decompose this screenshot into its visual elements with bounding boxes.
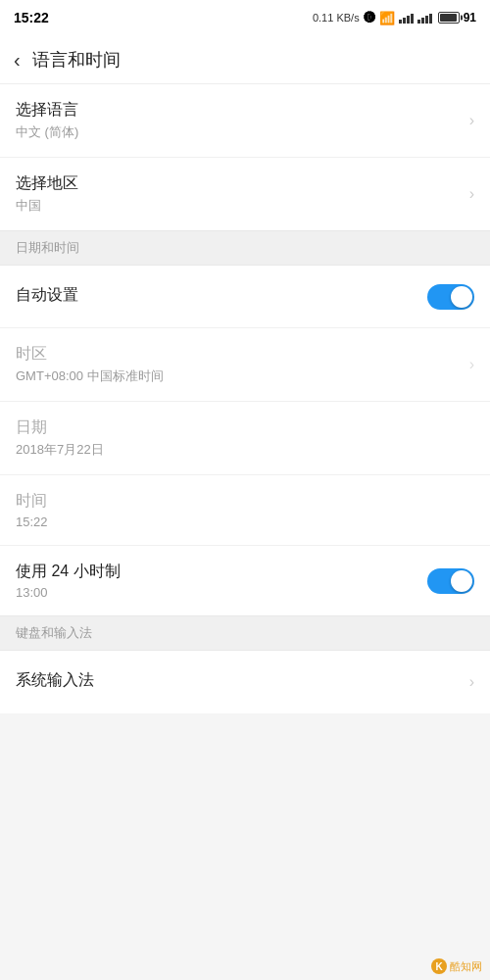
chevron-icon: › xyxy=(469,112,474,129)
date-subtitle: 2018年7月22日 xyxy=(16,441,474,459)
chevron-icon: › xyxy=(469,356,474,373)
timezone-title: 时区 xyxy=(16,344,462,365)
signal-bar-2 xyxy=(417,12,432,24)
select-region-subtitle: 中国 xyxy=(16,197,462,215)
select-language-subtitle: 中文 (简体) xyxy=(16,123,462,141)
data-icon: 🅓 xyxy=(364,11,375,24)
date-title: 日期 xyxy=(16,417,474,438)
wifi-icon: 📶 xyxy=(379,11,395,25)
header: ‹ 语言和时间 xyxy=(0,35,490,84)
battery-percent: 91 xyxy=(464,11,476,24)
select-region-item[interactable]: 选择地区 中国 › xyxy=(0,158,490,230)
timezone-subtitle: GMT+08:00 中国标准时间 xyxy=(16,368,462,385)
date-time-divider: 日期和时间 xyxy=(0,230,490,266)
auto-set-title: 自动设置 xyxy=(16,285,427,306)
content: 选择语言 中文 (简体) › 选择地区 中国 › 日期和时间 自动设置 xyxy=(0,84,490,713)
date-item: 日期 2018年7月22日 xyxy=(0,402,490,475)
status-bar: 15:22 0.11 KB/s 🅓 📶 91 xyxy=(0,0,490,35)
network-speed: 0.11 KB/s xyxy=(313,12,360,24)
keyboard-divider: 键盘和输入法 xyxy=(0,615,490,651)
status-time: 15:22 xyxy=(14,10,49,25)
chevron-icon: › xyxy=(469,673,474,691)
signal-bar-1 xyxy=(399,12,414,24)
toggle-knob xyxy=(451,570,472,592)
time-title: 时间 xyxy=(16,491,474,512)
select-language-title: 选择语言 xyxy=(16,100,462,121)
timezone-item: 时区 GMT+08:00 中国标准时间 › xyxy=(0,328,490,402)
select-region-title: 选择地区 xyxy=(16,173,462,194)
24hour-toggle[interactable] xyxy=(427,568,474,594)
24hour-title: 使用 24 小时制 xyxy=(16,562,427,582)
system-input-item[interactable]: 系统输入法 › xyxy=(0,651,490,713)
watermark-logo: K xyxy=(431,958,447,974)
watermark-text: 酷知网 xyxy=(450,959,482,974)
status-icons: 0.11 KB/s 🅓 📶 91 xyxy=(313,11,476,25)
watermark: K 酷知网 xyxy=(431,958,482,974)
time-subtitle: 15:22 xyxy=(16,514,474,529)
watermark-symbol: K xyxy=(435,961,442,972)
toggle-knob xyxy=(451,286,472,308)
chevron-icon: › xyxy=(469,185,474,203)
page-title: 语言和时间 xyxy=(32,48,121,72)
language-section: 选择语言 中文 (简体) › 选择地区 中国 › xyxy=(0,84,490,230)
auto-set-toggle[interactable] xyxy=(427,284,474,310)
system-input-title: 系统输入法 xyxy=(16,670,462,691)
back-button[interactable]: ‹ xyxy=(14,50,21,70)
time-item: 时间 15:22 xyxy=(0,475,490,546)
select-language-item[interactable]: 选择语言 中文 (简体) › xyxy=(0,84,490,158)
battery-icon xyxy=(438,12,460,24)
auto-set-item[interactable]: 自动设置 xyxy=(0,266,490,328)
keyboard-section: 系统输入法 › xyxy=(0,651,490,713)
24hour-subtitle: 13:00 xyxy=(16,585,427,600)
24hour-item[interactable]: 使用 24 小时制 13:00 xyxy=(0,546,490,615)
datetime-section: 自动设置 时区 GMT+08:00 中国标准时间 › 日期 2018年7月22日 xyxy=(0,266,490,615)
